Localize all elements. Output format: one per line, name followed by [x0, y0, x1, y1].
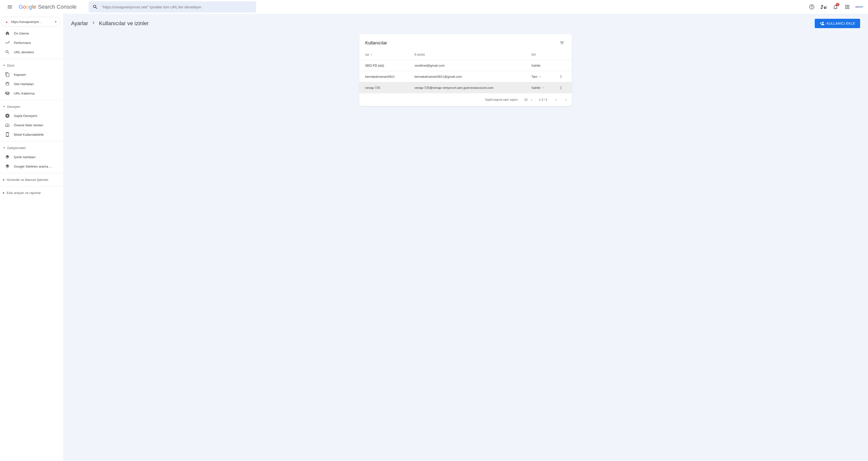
breadcrumb-parent[interactable]: Ayarlar — [71, 20, 88, 27]
prev-page-button[interactable] — [553, 97, 559, 103]
table-row[interactable]: cevap-725 cevap-725@cevap-veriyorum.iam.… — [359, 82, 572, 93]
rows-per-page-label: Sayfa başına satır sayısı: — [485, 98, 518, 102]
triangle-down-icon: ▼ — [3, 147, 5, 149]
trending-icon — [5, 40, 10, 45]
triangle-right-icon: ▶ — [3, 178, 5, 181]
cell-email: seofdnet@gmail.com — [414, 64, 531, 67]
nav-group-enhancements[interactable]: ▼Geliştirmeler — [0, 143, 63, 152]
search-input[interactable] — [102, 5, 252, 9]
person-gear-icon — [820, 4, 827, 10]
filter-button[interactable] — [558, 39, 566, 47]
more-vert-icon — [559, 74, 563, 79]
menu-button[interactable] — [4, 1, 16, 13]
next-page-button[interactable] — [563, 97, 569, 103]
triangle-down-icon: ▼ — [542, 86, 544, 89]
property-url: https://cevapveriyor... — [11, 20, 53, 24]
header-actions: 8 SEOFD — [807, 2, 864, 12]
search-icon — [5, 50, 10, 55]
add-user-button[interactable]: KULLANICI EKLE — [815, 19, 860, 28]
column-header-email[interactable]: E-posta — [414, 53, 531, 57]
property-selector[interactable]: ▲ https://cevapveriyor... ▼ — [1, 17, 60, 27]
cell-permission[interactable]: Tam▼ — [531, 75, 556, 79]
app-header: Google Search Console 8 SEOFD — [0, 0, 868, 14]
url-inspect-search[interactable] — [89, 1, 256, 12]
help-button[interactable] — [807, 2, 817, 12]
nav-core-web-vitals[interactable]: Önemli Web Verileri — [0, 120, 60, 130]
cell-permission: Sahibi — [531, 64, 556, 67]
triangle-down-icon: ▼ — [539, 75, 541, 78]
triangle-down-icon: ▼ — [3, 105, 5, 108]
nav-removals[interactable]: URL Kaldırma — [0, 89, 60, 98]
breadcrumb: Ayarlar Kullanıcılar ve izinler — [71, 20, 149, 27]
circle-plus-icon — [5, 113, 10, 118]
nav-performance[interactable]: Performans — [0, 38, 60, 48]
nav-sitemaps[interactable]: Site Haritaları — [0, 79, 60, 89]
nav-sitelinks-searchbox[interactable]: Google Sitelinks arama ... — [0, 162, 60, 171]
more-vert-icon — [559, 86, 563, 90]
main-content: Ayarlar Kullanıcılar ve izinler KULLANIC… — [63, 14, 868, 461]
copy-icon — [5, 72, 10, 77]
cell-permission[interactable]: Sahibi▼ — [531, 86, 556, 90]
row-menu-button[interactable] — [556, 86, 566, 90]
column-header-name[interactable]: Ad ↑ — [365, 53, 414, 57]
nav-url-inspection[interactable]: URL denetimi — [0, 48, 60, 57]
notification-badge: 8 — [836, 3, 839, 6]
smartphone-icon — [5, 132, 10, 137]
filter-list-icon — [559, 40, 565, 46]
page-header: Ayarlar Kullanıcılar ve izinler KULLANIC… — [63, 14, 868, 32]
nav-coverage[interactable]: Kapsam — [0, 70, 60, 79]
nav-group-security[interactable]: ▶Güvenlik ve Manuel İşlemler — [0, 175, 63, 184]
column-header-permission[interactable]: İzin — [531, 53, 556, 57]
triangle-down-icon: ▼ — [530, 98, 533, 101]
layers-icon — [5, 164, 10, 169]
cell-name: bernakahraman0921 — [365, 75, 414, 79]
notifications-button[interactable]: 8 — [831, 2, 840, 12]
cell-email: bernakahraman0921@gmail.com — [414, 75, 531, 79]
nav-group-index[interactable]: ▼Dizin — [0, 61, 63, 70]
user-settings-button[interactable] — [819, 2, 829, 12]
chevron-right-icon — [563, 97, 568, 102]
rows-per-page-select[interactable]: 10 ▼ — [524, 98, 533, 102]
card-title: Kullanıcılar — [365, 40, 387, 46]
cell-name: cevap-725 — [365, 86, 414, 90]
speed-icon — [5, 123, 10, 127]
nav-breadcrumbs[interactable]: İçerik haritaları — [0, 152, 60, 162]
breadcrumb-current: Kullanıcılar ve izinler — [99, 20, 149, 27]
nav-overview[interactable]: Ön İzleme — [0, 29, 60, 38]
avatar: SEOFD — [855, 3, 863, 11]
hamburger-icon — [7, 4, 13, 10]
svg-text:Google: Google — [19, 4, 36, 10]
sitemap-icon — [5, 81, 10, 86]
chevron-left-icon — [554, 97, 559, 102]
pagination-range: 1-3 / 3 — [539, 98, 547, 102]
google-logo-icon: Google — [19, 4, 37, 10]
account-button[interactable]: SEOFD — [854, 2, 864, 12]
logo[interactable]: Google Search Console — [19, 4, 77, 10]
visibility-off-icon — [5, 91, 10, 96]
nav-group-legacy[interactable]: ▶Eski araçlar ve raporlar — [0, 188, 63, 197]
sidebar: ▲ https://cevapveriyor... ▼ Ön İzleme Pe… — [0, 14, 63, 461]
users-card: Kullanıcılar Ad ↑ E-posta İzin — [359, 34, 572, 106]
help-icon — [809, 4, 815, 10]
users-table: Ad ↑ E-posta İzin SEO FD (siz) seofdnet@… — [359, 50, 572, 106]
table-row[interactable]: bernakahraman0921 bernakahraman0921@gmai… — [359, 71, 572, 82]
triangle-down-icon: ▼ — [3, 64, 5, 67]
cell-name: SEO FD (siz) — [365, 64, 414, 67]
person-add-icon — [820, 21, 825, 26]
chevron-right-icon — [91, 20, 96, 27]
row-menu-button[interactable] — [556, 74, 566, 79]
logo-text: Search Console — [38, 4, 77, 10]
table-row[interactable]: SEO FD (siz) seofdnet@gmail.com Sahibi — [359, 60, 572, 71]
nav-group-experience[interactable]: ▼Deneyim — [0, 102, 63, 111]
arrow-up-icon: ↑ — [370, 53, 372, 57]
triangle-right-icon: ▶ — [3, 192, 5, 194]
apps-grid-icon — [844, 4, 850, 10]
table-footer: Sayfa başına satır sayısı: 10 ▼ 1-3 / 3 — [359, 93, 572, 106]
apps-button[interactable] — [842, 2, 852, 12]
layers-icon — [5, 154, 10, 160]
table-header-row: Ad ↑ E-posta İzin — [359, 50, 572, 60]
nav-page-experience[interactable]: Sayfa Deneyimi — [0, 111, 60, 120]
cell-email: cevap-725@cevap-veriyorum.iam.gserviceac… — [414, 86, 531, 90]
property-favicon: ▲ — [4, 19, 9, 24]
nav-mobile-usability[interactable]: Mobil Kullanılabilirlik — [0, 130, 60, 139]
